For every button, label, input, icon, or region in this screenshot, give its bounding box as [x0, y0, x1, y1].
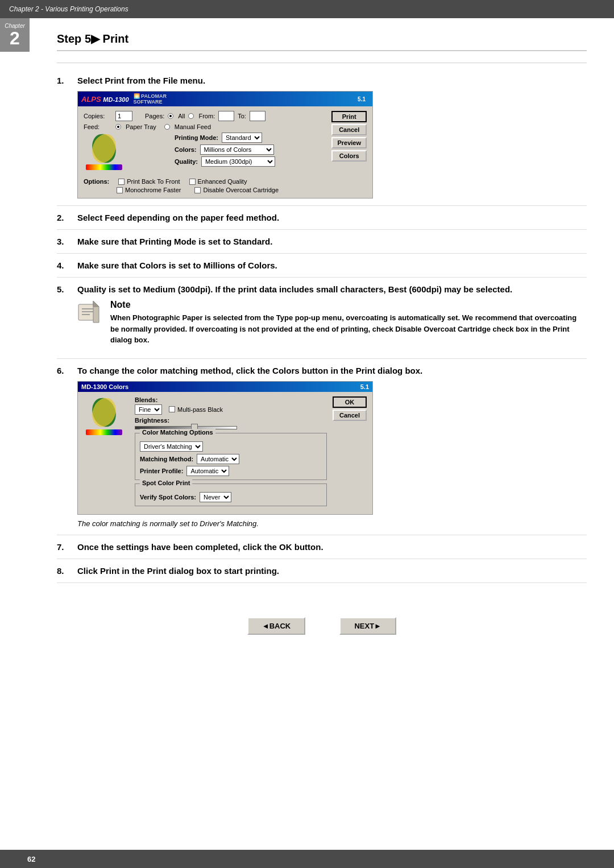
pages-all-label: All: [178, 113, 185, 119]
color-matching-body: Driver's Matching Matching Method: Autom…: [140, 441, 322, 476]
colors-button[interactable]: Colors: [331, 150, 367, 162]
brightness-header: Brightness:: [135, 417, 327, 424]
color-matching-info: The color matching is normally set to Dr…: [77, 519, 587, 528]
colors-dialog-title-bar: MD-1300 Colors 5.1: [78, 382, 372, 392]
colors-dialog-buttons: OK Cancel: [333, 396, 367, 510]
colors-select[interactable]: Millions of Colors: [200, 144, 274, 155]
colors-main-settings: Blends: Fine Multi-pass Black: [135, 396, 327, 510]
step-text-4: Make sure that Colors is set to Millions…: [77, 261, 587, 270]
quality-label: Quality:: [175, 158, 198, 165]
blends-select[interactable]: Fine: [135, 404, 162, 415]
option-print-back-front[interactable]: Print Back To Front: [118, 178, 180, 185]
leaf-color-icon: [84, 133, 125, 173]
main-content: Step 5▶ Print 1. Select Print from the F…: [30, 18, 614, 606]
note-header-text: Note: [110, 300, 587, 310]
print-dialog-screenshot: ALPS MD-1300 🌅 PALOMARSOFTWARE 5.1 Copie…: [77, 91, 373, 199]
pages-all-radio[interactable]: [168, 113, 173, 119]
brightness-section: Brightness:: [135, 417, 327, 429]
chapter-tab-number: 2: [10, 29, 20, 47]
step-number-3: 3.: [57, 237, 70, 246]
back-button[interactable]: ◄BACK: [247, 617, 305, 635]
option-disable-overcoat[interactable]: Disable Overcoat Cartridge: [194, 187, 279, 193]
next-button[interactable]: NEXT►: [339, 617, 396, 635]
svg-rect-2: [86, 164, 122, 170]
options-label: Options:: [84, 178, 109, 185]
multipass-label[interactable]: Multi-pass Black: [169, 406, 223, 413]
print-dialog-body: Copies: Pages: All From: To:: [78, 106, 372, 198]
copies-label: Copies:: [84, 113, 112, 119]
chapter-header-text: Chapter 2 - Various Printing Operations: [9, 5, 128, 13]
color-matching-group: Color Matching Options Driver's Matching…: [135, 433, 327, 480]
print-dialog-buttons: Print Cancel Preview Colors: [331, 111, 367, 162]
step-item-4: 4. Make sure that Colors is set to Milli…: [57, 254, 587, 278]
step-text-3: Make sure that Printing Mode is set to S…: [77, 237, 587, 246]
pages-from-label: From:: [198, 113, 215, 119]
feed-paper-tray-radio[interactable]: [115, 124, 121, 130]
feed-manual-label: Manual Feed: [175, 123, 211, 130]
colors-label: Colors:: [175, 146, 197, 153]
printer-profile-select[interactable]: Automatic: [186, 466, 229, 476]
matching-method-row: Matching Method: Automatic: [140, 454, 322, 464]
step-heading-text: Step 5▶ Print: [57, 32, 128, 45]
step-text-8: Click Print in the Print dialog box to s…: [77, 566, 587, 576]
printer-profile-row: Printer Profile: Automatic: [140, 466, 322, 476]
color-matching-title: Color Matching Options: [140, 429, 215, 436]
svg-rect-9: [86, 429, 122, 435]
colors-ok-button[interactable]: OK: [333, 396, 367, 408]
verify-spot-label: Verify Spot Colors:: [140, 494, 196, 501]
step-text-6: To change the color matching method, cli…: [77, 366, 587, 375]
pages-from-radio[interactable]: [188, 113, 194, 119]
option-monochrome-faster[interactable]: Monochrome Faster: [117, 187, 181, 193]
step-text-1: Select Print from the File menu.: [77, 76, 587, 85]
option-enhanced-quality[interactable]: Enhanced Quality: [189, 178, 247, 185]
step-item-7: 7. Once the settings have been completed…: [57, 535, 587, 559]
colors-dialog-screenshot: MD-1300 Colors 5.1: [77, 381, 373, 515]
matching-method-label: Matching Method:: [140, 456, 193, 462]
colors-cancel-button[interactable]: Cancel: [333, 410, 367, 421]
print-dialog-version: 5.1: [358, 96, 366, 102]
feed-label: Feed:: [84, 123, 112, 130]
colors-graphic-area: [84, 396, 129, 510]
step-text-7: Once the settings have been completed, c…: [77, 542, 587, 552]
step-item-2: 2. Select Feed depending on the paper fe…: [57, 206, 587, 230]
spot-color-group: Spot Color Print Verify Spot Colors: Nev…: [135, 483, 327, 506]
note-box: Note When Photographic Paper is selected…: [77, 300, 587, 346]
step-heading: Step 5▶ Print: [57, 32, 587, 51]
printer-profile-label: Printer Profile:: [140, 468, 183, 474]
cancel-button[interactable]: Cancel: [331, 124, 367, 135]
print-button[interactable]: Print: [331, 111, 367, 122]
step-number-8: 8.: [57, 566, 70, 576]
top-bar: Chapter 2 - Various Printing Operations: [0, 0, 614, 18]
nav-buttons: ◄BACK NEXT►: [30, 606, 614, 658]
printing-mode-select[interactable]: Standard: [222, 133, 262, 143]
note-icon: [77, 300, 102, 325]
step-number-4: 4.: [57, 261, 70, 270]
step-item-8: 8. Click Print in the Print dialog box t…: [57, 559, 587, 583]
copies-input[interactable]: [115, 111, 132, 121]
quality-select[interactable]: Medium (300dpi): [201, 156, 275, 167]
spot-color-body: Verify Spot Colors: Never: [140, 492, 322, 502]
print-dialog-title-bar: ALPS MD-1300 🌅 PALOMARSOFTWARE 5.1: [78, 92, 372, 106]
printing-mode-label: Printing Mode:: [175, 134, 218, 141]
step-number-1: 1.: [57, 76, 70, 85]
step-number-7: 7.: [57, 542, 70, 552]
pages-to-input[interactable]: [250, 111, 265, 121]
colors-dialog-body: Blends: Fine Multi-pass Black: [78, 392, 372, 514]
pages-to-label: To:: [238, 113, 246, 119]
feed-manual-radio[interactable]: [164, 124, 170, 130]
note-content: Note When Photographic Paper is selected…: [110, 300, 587, 346]
color-matching-select[interactable]: Driver's Matching: [140, 441, 203, 452]
blends-header: Blends:: [135, 396, 327, 403]
step-item-6: 6. To change the color matching method, …: [57, 359, 587, 535]
matching-method-select[interactable]: Automatic: [197, 454, 239, 464]
blends-section: Blends: Fine Multi-pass Black: [135, 396, 327, 415]
step-text-5: Quality is set to Medium (300dpi). If th…: [77, 284, 587, 294]
note-body-text: When Photographic Paper is selected from…: [110, 312, 587, 346]
feed-paper-tray-label: Paper Tray: [126, 123, 156, 130]
preview-button[interactable]: Preview: [331, 137, 367, 148]
verify-spot-select[interactable]: Never: [200, 492, 231, 502]
pages-from-input[interactable]: [218, 111, 234, 121]
step-number-6: 6.: [57, 366, 70, 375]
chapter-tab: Chapter 2: [0, 18, 30, 52]
step-item-5: 5. Quality is set to Medium (300dpi). If…: [57, 278, 587, 359]
